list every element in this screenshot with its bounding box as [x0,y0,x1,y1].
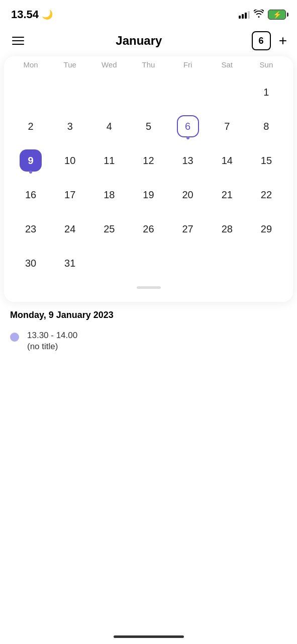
calendar-cell [247,246,286,280]
calendar-cell[interactable]: 11 [89,143,129,178]
calendar-cell[interactable]: 14 [208,143,247,178]
date-number-14[interactable]: 14 [216,149,238,172]
event-title: (no title) [27,342,77,352]
date-number-1[interactable]: 1 [255,81,277,103]
day-header-fri: Fri [168,56,208,73]
day-headers: MonTueWedThuFriSatSun [9,56,288,73]
date-number-17[interactable]: 17 [59,184,81,206]
calendar-cell[interactable]: 12 [129,143,168,178]
day-header-sat: Sat [208,56,247,73]
month-title: January [116,34,162,48]
date-number-5[interactable]: 5 [137,115,159,137]
event-dot [186,136,189,139]
date-number-24[interactable]: 24 [59,218,81,240]
calendar-cell[interactable]: 20 [168,178,208,212]
date-number-22[interactable]: 22 [255,184,277,206]
day-header-sun: Sun [247,56,286,73]
date-number-23[interactable]: 23 [20,218,42,240]
date-number-6[interactable]: 6 [177,115,199,137]
calendar-cell[interactable]: 1 [247,75,286,109]
date-number-18[interactable]: 18 [98,184,120,206]
battery-icon: ⚡ [268,10,286,20]
status-bar: 13.54 🌙 ⚡ [0,0,297,27]
calendar-cell [208,246,247,280]
status-right: ⚡ [239,10,286,20]
date-number-12[interactable]: 12 [137,149,159,172]
date-number-30[interactable]: 30 [20,252,42,274]
signal-icon [239,11,250,19]
calendar-cell [168,246,208,280]
event-time: 13.30 - 14.00 [27,331,77,341]
calendar-cell[interactable]: 28 [208,212,247,246]
calendar-cell[interactable]: 24 [50,212,89,246]
app-header: January 6 + [0,27,297,56]
calendar-cell[interactable]: 31 [50,246,89,280]
date-number-28[interactable]: 28 [216,218,238,240]
calendar-cell[interactable]: 10 [50,143,89,178]
calendar-cell[interactable]: 26 [129,212,168,246]
calendar-cell[interactable]: 9 [11,143,50,178]
day-header-thu: Thu [129,56,168,73]
date-number-11[interactable]: 11 [98,149,120,172]
calendar-cell[interactable]: 19 [129,178,168,212]
calendar-cell[interactable]: 4 [89,109,129,143]
date-number-8[interactable]: 8 [255,115,277,137]
date-number-21[interactable]: 21 [216,184,238,206]
date-number-27[interactable]: 27 [177,218,199,240]
calendar-cell [168,75,208,109]
date-number-7[interactable]: 7 [216,115,238,137]
today-badge[interactable]: 6 [252,31,271,50]
calendar-cell[interactable]: 16 [11,178,50,212]
day-header-mon: Mon [11,56,50,73]
calendar-cell[interactable]: 17 [50,178,89,212]
date-number-25[interactable]: 25 [98,218,120,240]
calendar-cell[interactable]: 27 [168,212,208,246]
date-number-3[interactable]: 3 [59,115,81,137]
event-item[interactable]: 13.30 - 14.00 (no title) [10,331,287,352]
date-number-16[interactable]: 16 [20,184,42,206]
menu-button[interactable] [10,35,26,47]
calendar-cell [11,75,50,109]
calendar-cell[interactable]: 23 [11,212,50,246]
calendar-cell [89,75,129,109]
calendar-cell [208,75,247,109]
calendar-cell[interactable]: 18 [89,178,129,212]
calendar-cell[interactable]: 22 [247,178,286,212]
date-number-26[interactable]: 26 [137,218,159,240]
event-color-dot [10,333,19,342]
calendar-cell [50,75,89,109]
drag-handle[interactable] [9,280,288,292]
header-actions: 6 + [252,31,287,50]
calendar-cell[interactable]: 29 [247,212,286,246]
calendar-cell[interactable]: 5 [129,109,168,143]
calendar-cell[interactable]: 30 [11,246,50,280]
calendar-cell[interactable]: 15 [247,143,286,178]
date-number-9[interactable]: 9 [20,149,42,172]
date-number-29[interactable]: 29 [255,218,277,240]
calendar-cell[interactable]: 7 [208,109,247,143]
date-number-4[interactable]: 4 [98,115,120,137]
calendar-cell[interactable]: 13 [168,143,208,178]
date-number-20[interactable]: 20 [177,184,199,206]
calendar-cell[interactable]: 25 [89,212,129,246]
calendar-cell[interactable]: 3 [50,109,89,143]
date-number-15[interactable]: 15 [255,149,277,172]
calendar-cell [89,246,129,280]
date-number-31[interactable]: 31 [59,252,81,274]
calendar-cell[interactable]: 2 [11,109,50,143]
date-number-13[interactable]: 13 [177,149,199,172]
calendar-cell[interactable]: 21 [208,178,247,212]
add-event-button[interactable]: + [279,34,287,48]
date-number-10[interactable]: 10 [59,149,81,172]
calendar-cell[interactable]: 8 [247,109,286,143]
calendar-cell[interactable]: 6 [168,109,208,143]
day-header-wed: Wed [89,56,129,73]
status-time: 13.54 🌙 [11,8,53,21]
event-details: 13.30 - 14.00 (no title) [27,331,77,352]
events-date-header: Monday, 9 January 2023 [10,310,287,320]
date-number-19[interactable]: 19 [137,184,159,206]
date-number-2[interactable]: 2 [20,115,42,137]
home-indicator [114,635,184,638]
time-display: 13.54 [11,8,39,21]
calendar-grid: 1234567891011121314151617181920212223242… [9,75,288,280]
